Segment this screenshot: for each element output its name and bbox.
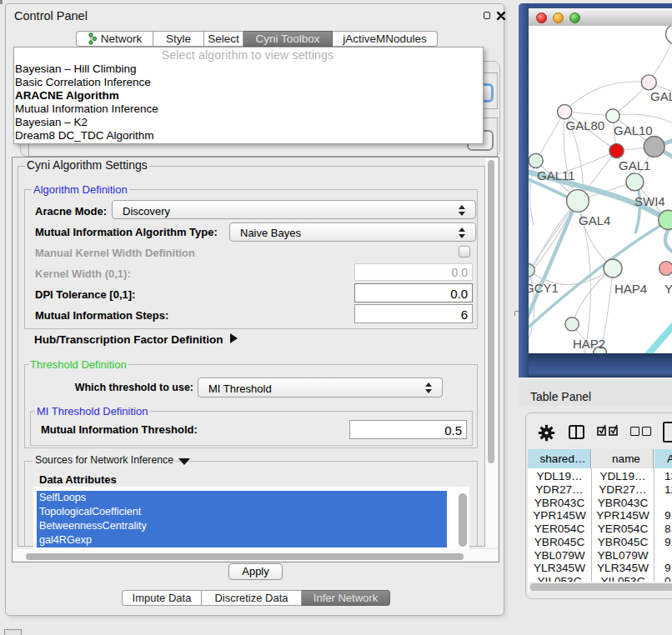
svg-text:HAP2: HAP2 <box>573 337 605 351</box>
svg-text:GCY1: GCY1 <box>529 281 559 295</box>
svg-text:HAP4: HAP4 <box>614 282 647 296</box>
svg-text:GAL80: GAL80 <box>566 118 605 132</box>
svg-text:GAL10: GAL10 <box>614 123 653 138</box>
svg-text:SWI4: SWI4 <box>634 194 665 208</box>
svg-text:Y: Y <box>664 282 672 296</box>
svg-text:GAL4: GAL4 <box>579 213 610 228</box>
svg-text:GAL11: GAL11 <box>537 168 575 182</box>
svg-text:GAL: GAL <box>650 89 672 103</box>
svg-text:GAL1: GAL1 <box>619 158 650 172</box>
